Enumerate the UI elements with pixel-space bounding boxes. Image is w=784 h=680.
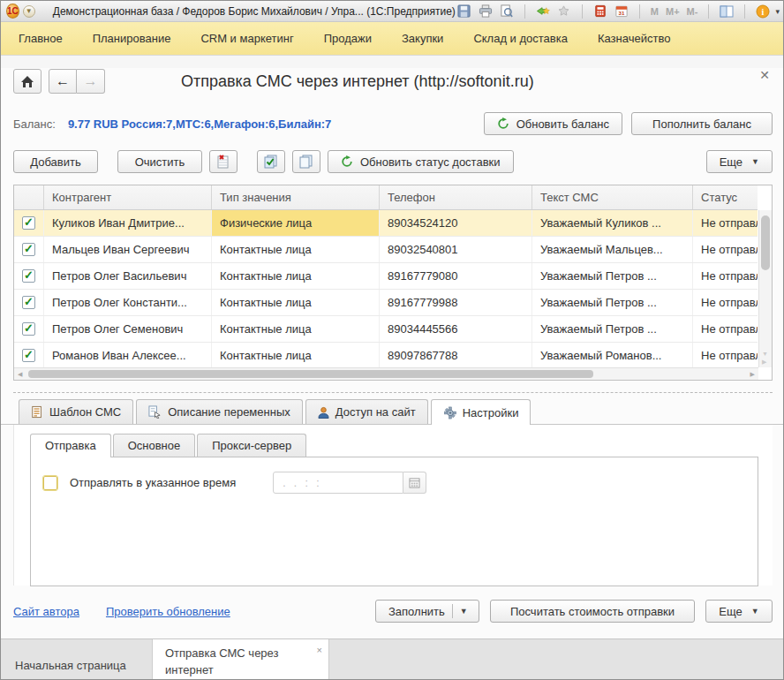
- cell-phone[interactable]: 89167779988: [380, 290, 532, 315]
- subtab-send[interactable]: Отправка: [30, 434, 111, 457]
- cell-text[interactable]: Уважаемый Мальцев...: [532, 237, 693, 262]
- cell-contragent[interactable]: Петров Олег Константи...: [44, 290, 212, 315]
- menu-item-purchases[interactable]: Закупки: [402, 32, 443, 45]
- save-icon[interactable]: [456, 4, 473, 19]
- cell-status[interactable]: Не отправлено: [693, 290, 758, 315]
- scroll-down-icon[interactable]: ▼: [762, 351, 768, 357]
- tab-sms-template[interactable]: Шаблон СМС: [19, 399, 133, 424]
- author-site-link[interactable]: Сайт автора: [13, 605, 79, 618]
- subtab-main[interactable]: Основное: [113, 434, 196, 457]
- cell-text[interactable]: Уважаемый Куликов ...: [532, 210, 693, 236]
- row-checkbox[interactable]: ✓: [14, 290, 44, 315]
- calendar-picker-icon[interactable]: [403, 472, 426, 494]
- form-close-icon[interactable]: ✕: [757, 68, 773, 82]
- vertical-scrollbar[interactable]: ▼ ▶: [758, 210, 772, 367]
- cell-text[interactable]: Уважаемый Петров ...: [532, 316, 693, 342]
- cell-phone[interactable]: 89034524120: [380, 210, 532, 236]
- table-row[interactable]: ✓ Петров Олег Васильевич Контактные лица…: [14, 263, 758, 290]
- subtab-proxy[interactable]: Прокси-сервер: [197, 434, 306, 457]
- memory-plus-button[interactable]: M+: [664, 6, 682, 17]
- back-button[interactable]: ←: [49, 69, 77, 94]
- column-header-text[interactable]: Текст СМС: [532, 185, 693, 209]
- cell-status[interactable]: Не отправлено: [693, 210, 758, 236]
- print-icon[interactable]: [477, 4, 494, 19]
- column-header-check[interactable]: [14, 185, 44, 209]
- cell-phone[interactable]: 89034445566: [380, 316, 532, 342]
- delete-rows-icon[interactable]: [209, 150, 237, 173]
- print-preview-icon[interactable]: [498, 4, 516, 19]
- cell-text[interactable]: Уважаемый Романов...: [532, 343, 693, 368]
- favorites-icon[interactable]: [555, 4, 573, 19]
- menu-item-main[interactable]: Главное: [19, 32, 63, 45]
- cell-status[interactable]: Не отправлено: [693, 316, 758, 342]
- horizontal-scrollbar[interactable]: ◀ ▶: [14, 367, 758, 380]
- cell-contragent[interactable]: Петров Олег Семенович: [44, 316, 212, 342]
- row-checkbox[interactable]: ✓: [14, 343, 44, 368]
- info-dropdown-icon[interactable]: ▾: [775, 7, 780, 16]
- vertical-scrollbar-thumb[interactable]: [761, 215, 770, 270]
- calendar-icon[interactable]: 31: [613, 4, 630, 19]
- table-row[interactable]: ✓ Петров Олег Семенович Контактные лица …: [14, 316, 758, 343]
- tab-close-icon[interactable]: ×: [317, 644, 322, 658]
- refresh-balance-button[interactable]: Обновить баланс: [484, 112, 622, 135]
- cell-type[interactable]: Контактные лица: [212, 237, 380, 262]
- table-row[interactable]: ✓ Куликов Иван Дмитрие... Физические лиц…: [14, 210, 758, 237]
- split-window-icon[interactable]: [718, 4, 735, 19]
- fill-button[interactable]: Заполнить ▼: [375, 600, 479, 623]
- menu-item-planning[interactable]: Планирование: [93, 32, 171, 45]
- row-checkbox[interactable]: ✓: [14, 316, 44, 342]
- check-all-icon[interactable]: [257, 150, 285, 173]
- home-button[interactable]: [13, 69, 41, 94]
- cell-type[interactable]: Физические лица: [212, 210, 380, 236]
- menu-item-crm[interactable]: CRM и маркетинг: [200, 32, 293, 45]
- cell-contragent[interactable]: Куликов Иван Дмитрие...: [44, 210, 212, 236]
- cell-contragent[interactable]: Романов Иван Алексее...: [44, 343, 212, 368]
- table-row[interactable]: ✓ Романов Иван Алексее... Контактные лиц…: [14, 343, 758, 369]
- more-button-top[interactable]: Еще ▼: [706, 150, 773, 173]
- row-checkbox[interactable]: ✓: [14, 263, 44, 289]
- calc-cost-button[interactable]: Посчитать стоимость отправки: [490, 600, 695, 623]
- datetime-input[interactable]: . . : :: [273, 472, 403, 494]
- menu-item-treasury[interactable]: Казначейство: [598, 32, 670, 45]
- clear-button[interactable]: Очистить: [117, 150, 202, 173]
- topup-balance-button[interactable]: Пополнить баланс: [631, 112, 773, 135]
- cell-type[interactable]: Контактные лица: [212, 343, 380, 368]
- scroll-right-icon[interactable]: ▶: [750, 371, 755, 378]
- row-checkbox[interactable]: ✓: [14, 237, 44, 262]
- cell-phone[interactable]: 89097867788: [380, 343, 532, 368]
- column-header-phone[interactable]: Телефон: [380, 185, 532, 209]
- tab-sms-window[interactable]: Отправка СМС через интернет (http://soft…: [153, 639, 329, 680]
- tab-variables[interactable]: Описание переменных: [136, 399, 303, 424]
- send-at-time-checkbox[interactable]: [43, 476, 57, 490]
- cell-phone[interactable]: 89032540801: [380, 237, 532, 262]
- column-header-contragent[interactable]: Контрагент: [44, 185, 212, 209]
- forward-button[interactable]: →: [77, 69, 105, 94]
- scroll-right-icon[interactable]: ▶: [762, 359, 766, 366]
- add-button[interactable]: Добавить: [13, 150, 98, 173]
- cell-contragent[interactable]: Мальцев Иван Сергеевич: [44, 237, 212, 262]
- horizontal-scrollbar-thumb[interactable]: [28, 370, 593, 378]
- scroll-left-icon[interactable]: ◀: [18, 371, 22, 378]
- cell-phone[interactable]: 89167779080: [380, 263, 532, 289]
- cell-status[interactable]: Не отправлено: [693, 263, 758, 289]
- tab-site-access[interactable]: Доступ на сайт: [305, 399, 428, 424]
- row-checkbox[interactable]: ✓: [14, 210, 44, 236]
- calculator-icon[interactable]: [592, 4, 609, 19]
- add-favorite-icon[interactable]: [534, 4, 552, 19]
- menu-item-sales[interactable]: Продажи: [324, 32, 372, 45]
- main-menu-button[interactable]: ▼: [23, 4, 35, 19]
- cell-status[interactable]: Не отправлено: [693, 343, 758, 368]
- cell-type[interactable]: Контактные лица: [212, 316, 380, 342]
- memory-minus-button[interactable]: M-: [685, 6, 700, 17]
- info-icon[interactable]: i: [754, 4, 772, 19]
- chevron-down-icon[interactable]: ▼: [452, 604, 468, 618]
- cell-contragent[interactable]: Петров Олег Васильевич: [44, 263, 212, 289]
- uncheck-all-icon[interactable]: [292, 150, 320, 173]
- cell-type[interactable]: Контактные лица: [212, 290, 380, 315]
- column-header-type[interactable]: Тип значения: [212, 185, 380, 209]
- balance-value[interactable]: 9.77 RUB Россия:7,МТС:6,Мегафон:6,Билайн…: [68, 117, 331, 131]
- memory-recall-button[interactable]: M: [649, 6, 660, 17]
- refresh-delivery-status-button[interactable]: Обновить статус доставки: [328, 150, 514, 173]
- more-button-bottom[interactable]: Еще ▼: [705, 600, 773, 623]
- cell-type[interactable]: Контактные лица: [212, 263, 380, 289]
